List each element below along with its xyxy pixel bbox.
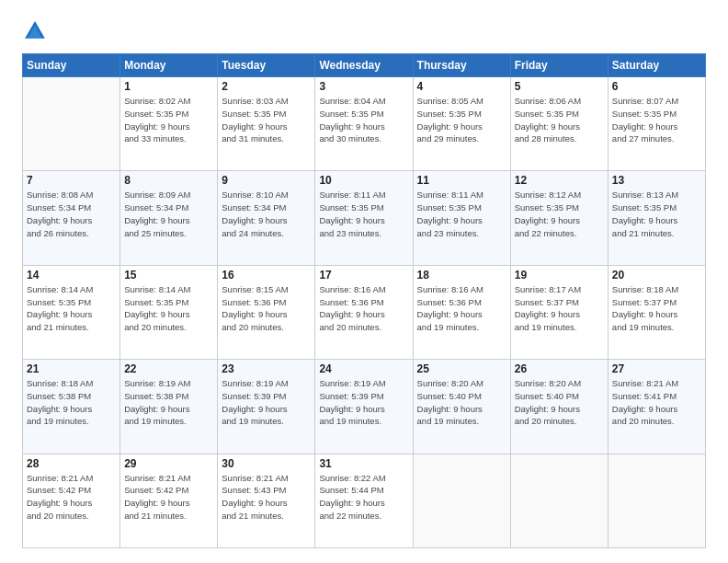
day-info: Sunrise: 8:11 AMSunset: 5:35 PMDaylight:… [319, 189, 408, 239]
day-info: Sunrise: 8:18 AMSunset: 5:37 PMDaylight:… [612, 283, 701, 334]
day-info: Sunrise: 8:16 AMSunset: 5:36 PMDaylight:… [319, 283, 408, 334]
calendar-cell: 21Sunrise: 8:18 AMSunset: 5:38 PMDayligh… [23, 360, 120, 454]
calendar-cell: 4Sunrise: 8:05 AMSunset: 5:35 PMDaylight… [413, 77, 510, 171]
calendar-cell: 13Sunrise: 8:13 AMSunset: 5:35 PMDayligh… [608, 171, 705, 265]
day-number: 2 [222, 80, 311, 93]
day-number: 19 [515, 269, 604, 282]
day-number: 27 [612, 362, 701, 375]
day-number: 21 [27, 362, 116, 375]
day-number: 5 [515, 80, 604, 93]
calendar-cell: 14Sunrise: 8:14 AMSunset: 5:35 PMDayligh… [23, 265, 120, 359]
day-number: 20 [612, 269, 701, 282]
calendar-cell: 5Sunrise: 8:06 AMSunset: 5:35 PMDaylight… [510, 77, 608, 171]
calendar-cell: 19Sunrise: 8:17 AMSunset: 5:37 PMDayligh… [510, 265, 608, 359]
day-number: 29 [124, 457, 213, 470]
day-number: 15 [124, 269, 213, 282]
calendar-cell [413, 454, 510, 547]
calendar-week-5: 28Sunrise: 8:21 AMSunset: 5:42 PMDayligh… [23, 454, 706, 547]
calendar-header-friday: Friday [510, 54, 608, 77]
calendar-cell: 25Sunrise: 8:20 AMSunset: 5:40 PMDayligh… [413, 360, 510, 454]
calendar-cell: 30Sunrise: 8:21 AMSunset: 5:43 PMDayligh… [218, 454, 315, 547]
day-info: Sunrise: 8:19 AMSunset: 5:39 PMDaylight:… [222, 377, 311, 428]
day-number: 4 [417, 80, 506, 93]
calendar-cell [510, 454, 608, 547]
day-number: 26 [515, 362, 604, 375]
day-info: Sunrise: 8:13 AMSunset: 5:35 PMDaylight:… [612, 189, 701, 239]
calendar-cell: 11Sunrise: 8:11 AMSunset: 5:35 PMDayligh… [413, 171, 510, 265]
calendar-cell: 1Sunrise: 8:02 AMSunset: 5:35 PMDaylight… [120, 77, 218, 171]
day-number: 31 [319, 457, 408, 470]
day-number: 25 [417, 362, 506, 375]
calendar-cell: 17Sunrise: 8:16 AMSunset: 5:36 PMDayligh… [315, 265, 413, 359]
calendar-cell: 29Sunrise: 8:21 AMSunset: 5:42 PMDayligh… [120, 454, 218, 547]
day-info: Sunrise: 8:04 AMSunset: 5:35 PMDaylight:… [319, 95, 408, 145]
day-info: Sunrise: 8:14 AMSunset: 5:35 PMDaylight:… [124, 283, 213, 334]
calendar-cell: 12Sunrise: 8:12 AMSunset: 5:35 PMDayligh… [510, 171, 608, 265]
day-number: 24 [319, 362, 408, 375]
calendar-cell: 10Sunrise: 8:11 AMSunset: 5:35 PMDayligh… [315, 171, 413, 265]
day-number: 7 [27, 174, 116, 187]
calendar-header-monday: Monday [120, 54, 218, 77]
calendar-cell: 22Sunrise: 8:19 AMSunset: 5:38 PMDayligh… [120, 360, 218, 454]
day-number: 10 [319, 174, 408, 187]
calendar-cell: 8Sunrise: 8:09 AMSunset: 5:34 PMDaylight… [120, 171, 218, 265]
calendar-cell: 9Sunrise: 8:10 AMSunset: 5:34 PMDaylight… [218, 171, 315, 265]
day-number: 28 [27, 457, 116, 470]
day-info: Sunrise: 8:21 AMSunset: 5:41 PMDaylight:… [612, 377, 701, 428]
day-number: 8 [124, 174, 213, 187]
day-number: 1 [124, 80, 213, 93]
calendar-week-2: 7Sunrise: 8:08 AMSunset: 5:34 PMDaylight… [23, 171, 706, 265]
calendar-cell: 16Sunrise: 8:15 AMSunset: 5:36 PMDayligh… [218, 265, 315, 359]
calendar-week-1: 1Sunrise: 8:02 AMSunset: 5:35 PMDaylight… [23, 77, 706, 171]
day-number: 11 [417, 174, 506, 187]
day-info: Sunrise: 8:09 AMSunset: 5:34 PMDaylight:… [124, 189, 213, 239]
day-number: 9 [222, 174, 311, 187]
day-info: Sunrise: 8:07 AMSunset: 5:35 PMDaylight:… [612, 95, 701, 145]
calendar-header-wednesday: Wednesday [315, 54, 413, 77]
calendar-cell: 2Sunrise: 8:03 AMSunset: 5:35 PMDaylight… [218, 77, 315, 171]
day-info: Sunrise: 8:11 AMSunset: 5:35 PMDaylight:… [417, 189, 506, 239]
day-info: Sunrise: 8:21 AMSunset: 5:42 PMDaylight:… [27, 472, 116, 523]
day-number: 14 [27, 269, 116, 282]
calendar-cell: 7Sunrise: 8:08 AMSunset: 5:34 PMDaylight… [23, 171, 120, 265]
day-info: Sunrise: 8:20 AMSunset: 5:40 PMDaylight:… [515, 377, 604, 428]
day-number: 30 [222, 457, 311, 470]
day-info: Sunrise: 8:02 AMSunset: 5:35 PMDaylight:… [124, 95, 213, 145]
calendar-header-thursday: Thursday [413, 54, 510, 77]
day-number: 6 [612, 80, 701, 93]
calendar-week-4: 21Sunrise: 8:18 AMSunset: 5:38 PMDayligh… [23, 360, 706, 454]
day-info: Sunrise: 8:03 AMSunset: 5:35 PMDaylight:… [222, 95, 311, 145]
day-number: 12 [515, 174, 604, 187]
day-info: Sunrise: 8:16 AMSunset: 5:36 PMDaylight:… [417, 283, 506, 334]
logo [22, 18, 51, 44]
day-info: Sunrise: 8:10 AMSunset: 5:34 PMDaylight:… [222, 189, 311, 239]
day-info: Sunrise: 8:17 AMSunset: 5:37 PMDaylight:… [515, 283, 604, 334]
day-number: 3 [319, 80, 408, 93]
calendar-week-3: 14Sunrise: 8:14 AMSunset: 5:35 PMDayligh… [23, 265, 706, 359]
day-info: Sunrise: 8:14 AMSunset: 5:35 PMDaylight:… [27, 283, 116, 334]
calendar-cell [608, 454, 705, 547]
logo-icon [22, 18, 48, 44]
calendar-header-sunday: Sunday [23, 54, 120, 77]
day-number: 17 [319, 269, 408, 282]
calendar-cell: 20Sunrise: 8:18 AMSunset: 5:37 PMDayligh… [608, 265, 705, 359]
page: SundayMondayTuesdayWednesdayThursdayFrid… [0, 0, 728, 563]
calendar-cell: 3Sunrise: 8:04 AMSunset: 5:35 PMDaylight… [315, 77, 413, 171]
calendar-cell [23, 77, 120, 171]
day-number: 23 [222, 362, 311, 375]
calendar-cell: 24Sunrise: 8:19 AMSunset: 5:39 PMDayligh… [315, 360, 413, 454]
day-info: Sunrise: 8:18 AMSunset: 5:38 PMDaylight:… [27, 377, 116, 428]
calendar-cell: 28Sunrise: 8:21 AMSunset: 5:42 PMDayligh… [23, 454, 120, 547]
calendar-cell: 6Sunrise: 8:07 AMSunset: 5:35 PMDaylight… [608, 77, 705, 171]
day-info: Sunrise: 8:22 AMSunset: 5:44 PMDaylight:… [319, 472, 408, 523]
day-info: Sunrise: 8:19 AMSunset: 5:39 PMDaylight:… [319, 377, 408, 428]
calendar-header-tuesday: Tuesday [218, 54, 315, 77]
day-info: Sunrise: 8:12 AMSunset: 5:35 PMDaylight:… [515, 189, 604, 239]
calendar-cell: 27Sunrise: 8:21 AMSunset: 5:41 PMDayligh… [608, 360, 705, 454]
calendar-cell: 18Sunrise: 8:16 AMSunset: 5:36 PMDayligh… [413, 265, 510, 359]
day-number: 22 [124, 362, 213, 375]
header [22, 18, 706, 44]
day-info: Sunrise: 8:05 AMSunset: 5:35 PMDaylight:… [417, 95, 506, 145]
calendar-table: SundayMondayTuesdayWednesdayThursdayFrid… [22, 53, 706, 548]
day-number: 18 [417, 269, 506, 282]
